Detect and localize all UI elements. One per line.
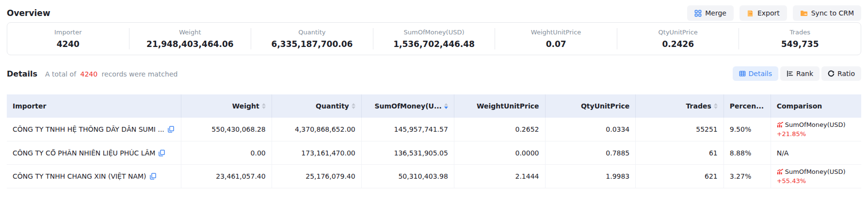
percentage-cell: 8.88% <box>723 141 771 165</box>
table-row: CÔNG TY TNHH CHANG XIN (VIỆT NAM) 23,461… <box>7 165 861 188</box>
stat-value: 21,948,403,464.06 <box>129 39 251 49</box>
stat-qty-unit-price: QtyUnitPrice 0.2426 <box>617 28 739 49</box>
sort-asc-icon <box>444 103 448 106</box>
sort-toggle[interactable] <box>714 103 718 109</box>
importer-cell: CÔNG TY TNHH HỆ THỐNG DÂY DẪN SUMI ... <box>7 118 181 141</box>
quantity-cell: 25,176,079.40 <box>272 165 361 188</box>
importer-cell: CÔNG TY CỔ PHẦN NHIÊN LIỆU PHÚC LÂM <box>7 141 181 165</box>
sum-of-money-cell: 50,310,403.98 <box>361 165 454 188</box>
page-title: Overview <box>7 8 50 18</box>
stat-value: 0.07 <box>495 39 617 49</box>
weight-unit-price-cell: 0.0000 <box>454 141 545 165</box>
column-header-label: Quantity <box>316 102 349 110</box>
column-header-weight-unit-price: WeightUnitPrice <box>454 94 545 118</box>
percentage-cell: 9.50% <box>723 118 771 141</box>
column-header-weight[interactable]: Weight <box>181 94 272 118</box>
column-header-label: Percen... <box>730 102 764 110</box>
trades-cell: 621 <box>636 165 723 188</box>
merge-button-label: Merge <box>705 9 726 17</box>
match-summary-suffix: records were matched <box>102 70 178 78</box>
export-button[interactable]: Export <box>739 5 787 21</box>
sum-of-money-cell: 136,531,905.05 <box>361 141 454 165</box>
copy-icon[interactable] <box>168 126 174 133</box>
tab-details-label: Details <box>749 70 772 77</box>
tab-ratio[interactable]: Ratio <box>821 66 861 81</box>
stat-value: 0.2426 <box>617 39 739 49</box>
sort-asc-icon <box>714 103 718 106</box>
stat-label: Quantity <box>251 28 373 37</box>
sort-toggle[interactable] <box>262 103 266 109</box>
export-button-label: Export <box>757 9 780 17</box>
match-summary: A total of 4240 records were matched <box>45 70 177 78</box>
comparison-cell: SumOfMoney(USD) +55.43% <box>771 165 861 188</box>
overview-stats-card: Importer 4240 Weight 21,948,403,464.06 Q… <box>7 22 861 55</box>
trades-cell: 61 <box>636 141 723 165</box>
column-header-quantity[interactable]: Quantity <box>272 94 361 118</box>
column-header-label: Trades <box>686 102 711 110</box>
merge-button[interactable]: Merge <box>687 5 734 21</box>
match-count: 4240 <box>79 70 100 78</box>
column-header-trades[interactable]: Trades <box>636 94 723 118</box>
stat-weight-unit-price: WeightUnitPrice 0.07 <box>495 28 617 49</box>
stat-quantity: Quantity 6,335,187,700.06 <box>251 28 373 49</box>
stat-label: WeightUnitPrice <box>495 28 617 37</box>
column-header-importer: Importer <box>7 94 181 118</box>
tab-details[interactable]: Details <box>733 66 779 81</box>
sort-desc-icon-active <box>444 107 448 109</box>
details-table: Importer Weight Quantity SumOfMoney(U...… <box>7 94 861 188</box>
folder-sync-icon <box>800 10 808 17</box>
sync-to-crm-button[interactable]: Sync to CRM <box>793 5 861 21</box>
export-icon <box>747 10 754 17</box>
stat-value: 1,536,702,446.48 <box>373 39 495 49</box>
weight-cell: 23,461,057.40 <box>181 165 272 188</box>
copy-icon[interactable] <box>159 150 165 156</box>
tab-rank-label: Rank <box>796 70 813 77</box>
column-header-sum-of-money[interactable]: SumOfMoney(U... <box>361 94 454 118</box>
match-summary-prefix: A total of <box>45 70 76 78</box>
comparison-change: +21.85% <box>777 129 855 138</box>
qty-unit-price-cell: 0.7885 <box>545 141 636 165</box>
column-header-percentage: Percen... <box>723 94 771 118</box>
trend-up-chart-icon <box>777 122 783 128</box>
stat-label: Importer <box>7 28 129 37</box>
tab-ratio-label: Ratio <box>837 70 855 77</box>
sum-of-money-cell: 145,957,741.57 <box>361 118 454 141</box>
stat-weight: Weight 21,948,403,464.06 <box>129 28 251 49</box>
trades-cell: 55251 <box>636 118 723 141</box>
qty-unit-price-cell: 1.9983 <box>545 165 636 188</box>
sort-toggle[interactable] <box>352 103 355 109</box>
table-grid-icon <box>739 70 746 77</box>
sort-asc-icon <box>262 103 266 106</box>
comparison-metric: SumOfMoney(USD) <box>785 167 846 176</box>
details-section-title: Details <box>7 69 37 78</box>
topbar: Overview Merge Export Sync to CRM <box>7 0 861 21</box>
table-row: CÔNG TY CỔ PHẦN NHIÊN LIỆU PHÚC LÂM 0.00… <box>7 141 861 165</box>
view-switch: Details Rank Ratio <box>733 66 861 81</box>
details-summary: Details A total of 4240 records were mat… <box>7 69 177 78</box>
percentage-cell: 3.27% <box>723 165 771 188</box>
sort-desc-icon <box>262 107 266 109</box>
ratio-circle-icon <box>828 70 835 77</box>
sort-toggle[interactable] <box>444 103 448 109</box>
weight-cell: 550,430,068.28 <box>181 118 272 141</box>
qty-unit-price-cell: 0.0334 <box>545 118 636 141</box>
copy-icon[interactable] <box>150 173 156 180</box>
tab-rank[interactable]: Rank <box>780 66 820 81</box>
rank-bars-icon <box>787 70 793 77</box>
stat-importer: Importer 4240 <box>7 28 129 49</box>
trend-up-chart-icon <box>777 169 783 175</box>
weight-unit-price-cell: 0.2652 <box>454 118 545 141</box>
column-header-label: Importer <box>13 102 46 110</box>
importer-name: CÔNG TY CỔ PHẦN NHIÊN LIỆU PHÚC LÂM <box>13 149 155 157</box>
quantity-cell: 173,161,470.00 <box>272 141 361 165</box>
importer-name: CÔNG TY TNHH HỆ THỐNG DÂY DẪN SUMI ... <box>13 125 164 133</box>
stat-value: 4240 <box>7 39 129 49</box>
column-header-comparison: Comparison <box>771 94 861 118</box>
sort-desc-icon <box>352 107 355 109</box>
sort-desc-icon <box>714 107 718 109</box>
stat-label: SumOfMoney(USD) <box>373 28 495 37</box>
importer-cell: CÔNG TY TNHH CHANG XIN (VIỆT NAM) <box>7 165 181 188</box>
quantity-cell: 4,370,868,652.00 <box>272 118 361 141</box>
stat-value: 6,335,187,700.06 <box>251 39 373 49</box>
comparison-cell: N/A <box>771 141 861 165</box>
